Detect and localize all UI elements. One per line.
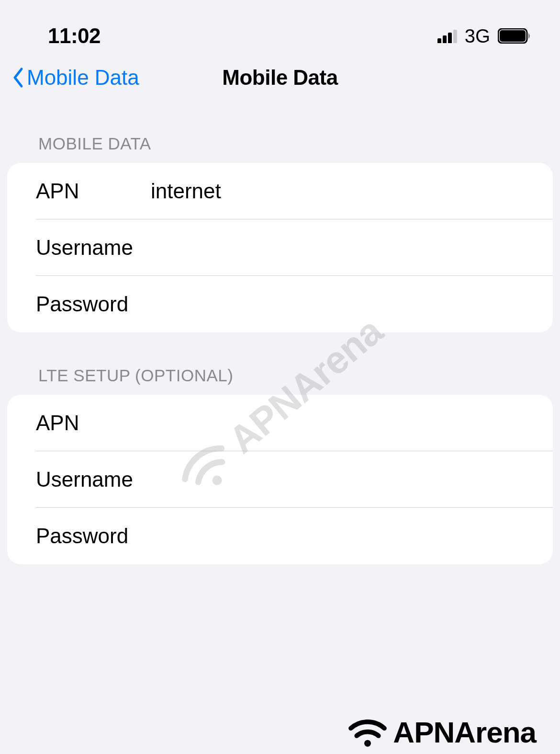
row-label: Username (36, 468, 151, 491)
network-type: 3G (465, 25, 490, 47)
page-title: Mobile Data (222, 66, 337, 90)
row-label: Password (36, 292, 151, 316)
content: MOBILE DATA APN internet Username Passwo… (0, 101, 560, 564)
row-label: Password (36, 524, 151, 548)
navigation-bar: Mobile Data Mobile Data (0, 53, 560, 101)
battery-icon (498, 28, 531, 44)
row-label: APN (36, 179, 151, 203)
row-mobile-username[interactable]: Username (7, 219, 553, 276)
section-header-lte-setup: LTE SETUP (OPTIONAL) (7, 332, 553, 395)
status-bar: 11:02 3G (0, 0, 560, 53)
row-lte-apn[interactable]: APN (7, 395, 553, 451)
back-button[interactable]: Mobile Data (10, 66, 139, 90)
chevron-left-icon (10, 67, 26, 88)
section-lte-setup: APN Username Password (7, 395, 553, 564)
row-value: internet (151, 179, 221, 203)
row-lte-password[interactable]: Password (7, 508, 553, 564)
row-mobile-apn[interactable]: APN internet (7, 163, 553, 219)
watermark-bottom: APNArena (346, 715, 536, 749)
watermark-text: APNArena (393, 715, 536, 749)
row-lte-username[interactable]: Username (7, 451, 553, 508)
section-header-mobile-data: MOBILE DATA (7, 101, 553, 163)
back-label: Mobile Data (27, 66, 139, 90)
row-mobile-password[interactable]: Password (7, 276, 553, 332)
cellular-signal-icon (437, 29, 457, 43)
svg-rect-1 (500, 30, 526, 42)
status-indicators: 3G (437, 25, 531, 47)
section-mobile-data: APN internet Username Password (7, 163, 553, 332)
status-time: 11:02 (48, 24, 101, 48)
wifi-icon (346, 716, 389, 749)
svg-point-3 (364, 740, 371, 746)
row-label: APN (36, 411, 151, 435)
row-label: Username (36, 236, 151, 260)
